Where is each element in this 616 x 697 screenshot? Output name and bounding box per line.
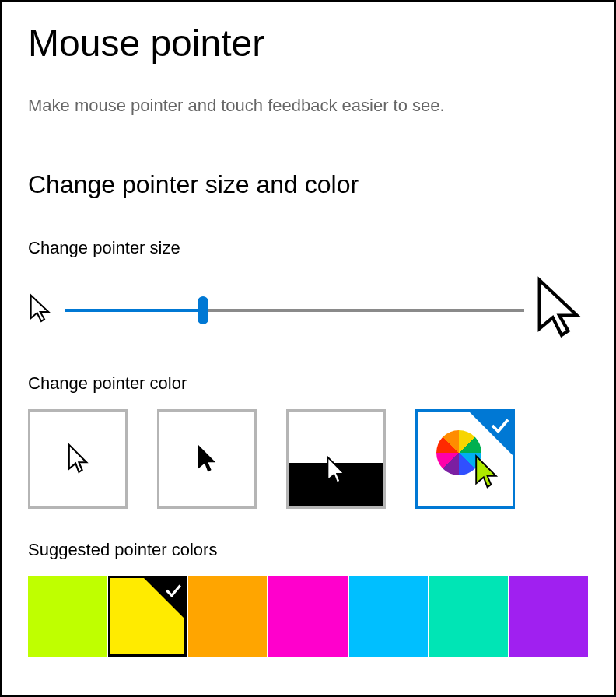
- pointer-style-black[interactable]: [157, 409, 257, 509]
- color-swatch[interactable]: [429, 576, 508, 657]
- inverted-background: [289, 463, 383, 506]
- pointer-size-label: Change pointer size: [28, 238, 588, 258]
- slider-thumb[interactable]: [198, 296, 208, 324]
- large-cursor-icon: [535, 274, 588, 347]
- pointer-style-inverted[interactable]: [286, 409, 386, 509]
- color-swatch[interactable]: [509, 576, 588, 657]
- page-title: Mouse pointer: [28, 22, 588, 65]
- suggested-colors-label: Suggested pointer colors: [28, 540, 588, 560]
- color-swatch[interactable]: [108, 576, 187, 657]
- color-swatch[interactable]: [188, 576, 267, 657]
- section-heading: Change pointer size and color: [28, 170, 588, 199]
- pointer-size-slider[interactable]: [65, 295, 524, 326]
- color-swatch[interactable]: [349, 576, 428, 657]
- cursor-icon: [323, 455, 349, 486]
- cursor-icon: [193, 443, 221, 475]
- cursor-icon: [471, 454, 502, 491]
- cursor-icon: [64, 443, 92, 475]
- pointer-color-label: Change pointer color: [28, 373, 588, 394]
- page-subtitle: Make mouse pointer and touch feedback ea…: [28, 96, 588, 116]
- color-swatch[interactable]: [28, 576, 107, 657]
- small-cursor-icon: [28, 293, 54, 327]
- color-swatch[interactable]: [268, 576, 347, 657]
- slider-fill: [65, 309, 203, 312]
- pointer-style-white[interactable]: [28, 409, 128, 509]
- pointer-style-custom[interactable]: [415, 409, 515, 509]
- selected-check-icon: [142, 576, 187, 621]
- selected-check-icon: [467, 409, 515, 457]
